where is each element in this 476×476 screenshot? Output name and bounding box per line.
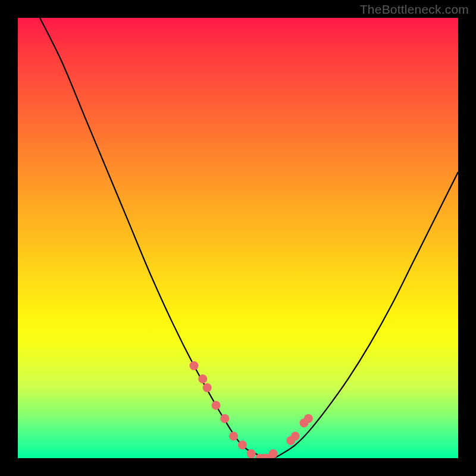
highlight-dots — [190, 361, 313, 458]
highlight-dot — [229, 432, 238, 441]
highlight-dot — [203, 383, 212, 392]
highlight-dot — [247, 449, 256, 458]
highlight-dot — [269, 449, 278, 458]
highlight-dot — [238, 440, 247, 449]
chart-frame: TheBottleneck.com — [0, 0, 476, 476]
highlight-dot — [190, 361, 199, 370]
highlight-dot — [304, 414, 313, 423]
highlight-dot — [198, 374, 207, 383]
plot-area — [18, 18, 458, 458]
highlight-dot — [291, 432, 300, 441]
bottleneck-curve — [40, 18, 458, 458]
watermark-text: TheBottleneck.com — [360, 2, 469, 17]
highlight-dot — [220, 414, 229, 423]
highlight-dot — [212, 401, 221, 410]
bottleneck-curve-svg — [18, 18, 458, 458]
